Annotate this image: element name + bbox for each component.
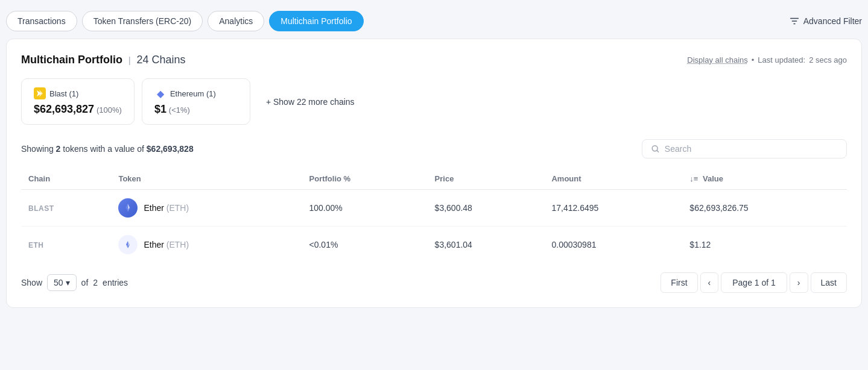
eth-card-value-row: $1 (<1%) <box>154 103 238 116</box>
table-body: BLAST Ether <box>21 190 847 263</box>
cell-token-eth: Ether (ETH) <box>111 227 302 263</box>
token-name-blast: Ether (ETH) <box>144 203 189 213</box>
cell-chain-eth: ETH <box>21 227 111 263</box>
blast-card-header: Blast (1) <box>34 87 122 99</box>
entries-value: 50 <box>54 278 63 287</box>
cell-token-blast: Ether (ETH) <box>111 190 302 227</box>
eth-diamond-icon <box>122 202 133 213</box>
showing-row: Showing 2 tokens with a value of $62,693… <box>21 139 847 158</box>
col-chain: Chain <box>21 168 111 190</box>
last-updated-label: Last updated: <box>758 55 805 64</box>
show-more-label: + Show 22 more chains <box>266 97 355 107</box>
showing-text: Showing 2 tokens with a value of $62,693… <box>21 144 194 154</box>
first-page-button[interactable]: First <box>661 272 697 293</box>
show-more-chains-button[interactable]: + Show 22 more chains <box>258 91 363 113</box>
top-nav: Transactions Token Transfers (ERC-20) An… <box>6 6 862 39</box>
entries-select[interactable]: 50 ▾ <box>47 274 77 291</box>
showing-value: $62,693,828 <box>147 144 194 154</box>
blast-card-value: $62,693,827 <box>34 103 94 115</box>
main-card: Multichain Portfolio | 24 Chains Display… <box>6 39 862 308</box>
last-updated-value: 2 secs ago <box>809 55 847 64</box>
showing-count: 2 <box>56 144 61 154</box>
entries-suffix: entries <box>103 278 128 287</box>
token-cell-blast: Ether (ETH) <box>118 198 294 218</box>
filter-icon <box>789 16 800 27</box>
blast-card-value-row: $62,693,827 (100%) <box>34 103 122 116</box>
blast-chain-icon <box>34 87 46 99</box>
cell-value-eth: $1.12 <box>682 227 847 263</box>
blast-card-name: Blast (1) <box>49 89 78 98</box>
token-icon-blast <box>118 198 138 218</box>
cell-amount-eth: 0.00030981 <box>544 227 682 263</box>
search-box[interactable] <box>642 139 847 158</box>
col-token: Token <box>111 168 302 190</box>
col-value[interactable]: ↓≡ Value <box>682 168 847 190</box>
eth-card-pct: (<1%) <box>169 105 190 114</box>
sort-icon: ↓≡ <box>689 174 698 183</box>
table-header: Chain Token Portfolio % Price Amount ↓≡ … <box>21 168 847 190</box>
prev-page-button[interactable]: ‹ <box>700 272 719 293</box>
chain-card-blast[interactable]: Blast (1) $62,693,827 (100%) <box>21 78 135 125</box>
cell-portfolio-eth: <0.01% <box>302 227 428 263</box>
tab-token-transfers[interactable]: Token Transfers (ERC-20) <box>82 11 203 31</box>
show-entries: Show 50 ▾ of 2 entries <box>21 274 128 291</box>
chevron-down-icon: ▾ <box>66 278 70 287</box>
tab-multichain-portfolio[interactable]: Multichain Portfolio <box>269 11 363 31</box>
eth-card-value: $1 <box>154 103 166 115</box>
display-all-chains-link[interactable]: Display all chains <box>687 55 747 64</box>
cell-price-eth: $3,601.04 <box>428 227 545 263</box>
col-portfolio: Portfolio % <box>302 168 428 190</box>
advanced-filter-button[interactable]: Advanced Filter <box>789 16 862 27</box>
header-right: Display all chains • Last updated: 2 sec… <box>687 55 847 64</box>
card-title: Multichain Portfolio <box>21 54 122 66</box>
tab-transactions[interactable]: Transactions <box>6 11 77 31</box>
table-row: BLAST Ether <box>21 190 847 227</box>
of-label: of <box>81 278 89 287</box>
token-name-eth: Ether (ETH) <box>144 240 189 249</box>
cell-amount-blast: 17,412.6495 <box>544 190 682 227</box>
eth-card-header: ◆ Ethereum (1) <box>154 87 238 99</box>
blast-card-pct: (100%) <box>97 105 122 114</box>
card-title-group: Multichain Portfolio | 24 Chains <box>21 54 185 66</box>
col-amount: Amount <box>544 168 682 190</box>
chain-cards-row: Blast (1) $62,693,827 (100%) ◆ Ethereum … <box>21 78 847 125</box>
cell-chain-blast: BLAST <box>21 190 111 227</box>
bullet-separator: • <box>752 55 755 64</box>
cell-value-blast: $62,693,826.75 <box>682 190 847 227</box>
advanced-filter-label: Advanced Filter <box>803 16 862 26</box>
eth-small-icon <box>123 240 133 249</box>
portfolio-table: Chain Token Portfolio % Price Amount ↓≡ … <box>21 168 847 263</box>
tab-analytics[interactable]: Analytics <box>207 11 264 31</box>
last-page-button[interactable]: Last <box>811 272 847 293</box>
token-icon-eth <box>118 235 138 254</box>
chain-count: 24 Chains <box>136 54 185 66</box>
title-divider: | <box>128 55 131 65</box>
search-input[interactable] <box>665 144 838 154</box>
cell-portfolio-blast: 100.00% <box>302 190 428 227</box>
table-row: ETH Ether <box>21 227 847 263</box>
search-icon <box>651 144 660 154</box>
pagination-row: Show 50 ▾ of 2 entries First ‹ Page 1 of… <box>21 272 847 293</box>
eth-chain-icon: ◆ <box>154 87 166 99</box>
card-header: Multichain Portfolio | 24 Chains Display… <box>21 54 847 66</box>
showing-mid: tokens with a value of <box>63 144 144 154</box>
next-page-button[interactable]: › <box>790 272 808 293</box>
eth-card-name: Ethereum (1) <box>170 89 216 98</box>
token-cell-eth: Ether (ETH) <box>118 235 294 254</box>
pagination-controls: First ‹ Page 1 of 1 › Last <box>661 272 847 293</box>
showing-prefix: Showing <box>21 144 54 154</box>
chain-card-ethereum[interactable]: ◆ Ethereum (1) $1 (<1%) <box>142 78 250 125</box>
page-info: Page 1 of 1 <box>721 272 787 293</box>
show-label: Show <box>21 278 42 287</box>
col-price: Price <box>428 168 545 190</box>
cell-price-blast: $3,600.48 <box>428 190 545 227</box>
entries-count: 2 <box>93 278 98 287</box>
